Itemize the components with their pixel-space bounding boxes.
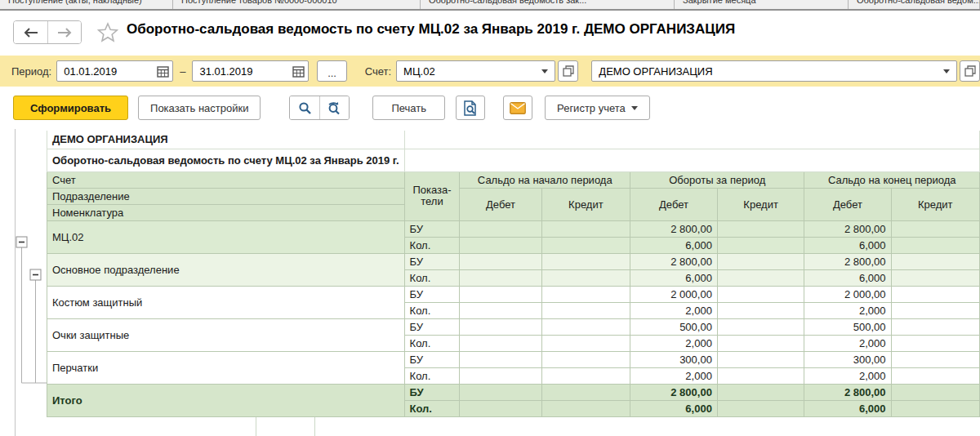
table-row[interactable]: Очки защитные БУ 500,00 500,00: [47, 318, 980, 335]
total-row[interactable]: Итого БУ 2 800,00 2 800,00: [47, 384, 980, 400]
send-email-button[interactable]: [503, 96, 532, 120]
tab-balance-sheet[interactable]: Оборотно-сальдовая ведом...: [849, 0, 980, 9]
collapse-group-1-button[interactable]: [16, 237, 27, 247]
header-nomenclature: Номенклатура: [47, 204, 405, 220]
row-name-item[interactable]: Перчатки: [47, 351, 405, 384]
header-credit: Кредит: [891, 188, 979, 220]
page-title: Оборотно-сальдовая ведомость по счету МЦ…: [127, 21, 735, 38]
search-next-icon: [327, 101, 342, 115]
account-label: Счет:: [365, 65, 391, 78]
favorite-star-button[interactable]: [96, 20, 119, 43]
search-button[interactable]: [290, 96, 319, 119]
back-button[interactable]: [14, 21, 47, 43]
header-credit: Кредит: [717, 188, 804, 220]
tab-bar: Поступление (акты, накладные) Поступлени…: [0, 0, 980, 11]
period-from-value: 01.01.2019: [57, 65, 153, 78]
open-form-icon: [964, 65, 976, 77]
organization-value: ДЕМО ОРГАНИЗАЦИЯ: [592, 65, 937, 78]
period-label: Период:: [11, 65, 51, 78]
period-to-value: 31.01.2019: [193, 65, 288, 78]
balance-sheet-table: ДЕМО ОРГАНИЗАЦИЯ Оборотно-сальдовая ведо…: [47, 131, 980, 417]
filter-bar: Период: 01.01.2019 – 31.01.2019: [0, 56, 980, 87]
header-debit: Дебет: [804, 188, 891, 220]
show-settings-button[interactable]: Показать настройки: [138, 96, 261, 120]
header-debit: Дебет: [460, 188, 541, 220]
header-indicators: Показа- тели: [404, 171, 460, 220]
register-menu-label: Регистр учета: [557, 102, 626, 114]
search-next-button[interactable]: [319, 96, 349, 119]
table-row[interactable]: Костюм защитный БУ 2 000,00 2 000,00: [47, 286, 980, 302]
account-open-button[interactable]: [558, 60, 578, 82]
tab-month-closing[interactable]: Закрытие месяца: [675, 0, 849, 9]
grouping-tree: [0, 129, 47, 436]
period-from-field[interactable]: 01.01.2019: [56, 60, 173, 82]
row-name-subdivision[interactable]: Основное подразделение: [47, 253, 405, 286]
collapse-group-2-button[interactable]: [30, 269, 41, 280]
header-opening-balance: Сальдо на начало периода: [460, 171, 630, 188]
row-name-account[interactable]: МЦ.02: [47, 220, 405, 253]
tab-receipts[interactable]: Поступление (акты, накладные): [0, 0, 173, 9]
report-title: Оборотно-сальдовая ведомость по счету МЦ…: [47, 149, 405, 171]
print-button[interactable]: Печать: [372, 96, 445, 120]
organization-open-button[interactable]: [960, 60, 980, 82]
chevron-down-icon[interactable]: [535, 61, 555, 81]
forward-arrow-icon: [57, 28, 72, 38]
print-preview-button[interactable]: [456, 96, 485, 120]
back-arrow-icon: [24, 28, 38, 38]
table-row[interactable]: Основное подразделение БУ 2 800,00 2 800…: [47, 253, 980, 269]
header-account: Счет: [47, 171, 405, 188]
header-turnover: Обороты за период: [630, 171, 804, 188]
report-toolbar: Сформировать Показать настройки Печать: [0, 87, 980, 129]
row-name-item[interactable]: Очки защитные: [47, 318, 405, 351]
table-row[interactable]: МЦ.02 БУ 2 800,00 2 800,00: [47, 220, 980, 237]
star-icon: [97, 22, 118, 42]
period-dash: –: [180, 65, 185, 78]
chevron-down-icon[interactable]: [937, 61, 956, 81]
tab-balance-sheet-closed[interactable]: Оборотно-сальдовая ведомость зак...: [421, 0, 675, 9]
total-label: Итого: [47, 384, 405, 416]
account-value: МЦ.02: [397, 65, 535, 78]
history-nav: [13, 20, 82, 44]
envelope-icon: [510, 102, 526, 114]
app-window: Поступление (акты, накладные) Поступлени…: [0, 0, 980, 436]
print-preview-icon: [463, 100, 478, 116]
row-name-item[interactable]: Костюм защитный: [47, 286, 405, 318]
search-button-group: [289, 96, 350, 120]
table-row[interactable]: Перчатки БУ 300,00 300,00: [47, 351, 980, 367]
header-subdivision: Подразделение: [47, 188, 405, 204]
report-area: ДЕМО ОРГАНИЗАЦИЯ Оборотно-сальдовая ведо…: [0, 129, 980, 436]
chevron-down-icon: [631, 106, 638, 110]
header-debit: Дебет: [630, 188, 718, 220]
open-form-icon: [563, 65, 574, 77]
search-icon: [298, 101, 312, 115]
period-more-button[interactable]: ...: [317, 60, 346, 82]
account-combo[interactable]: МЦ.02: [396, 60, 555, 82]
organization-combo[interactable]: ДЕМО ОРГАНИЗАЦИЯ: [591, 60, 957, 82]
report-organization: ДЕМО ОРГАНИЗАЦИЯ: [47, 131, 405, 149]
header-credit: Кредит: [541, 188, 630, 220]
period-to-field[interactable]: 31.01.2019: [192, 60, 309, 82]
calendar-icon[interactable]: [153, 61, 172, 81]
generate-button[interactable]: Сформировать: [13, 96, 128, 120]
title-band: Оборотно-сальдовая ведомость по счету МЦ…: [0, 12, 980, 56]
calendar-icon[interactable]: [288, 61, 308, 81]
register-menu-button[interactable]: Регистр учета: [545, 96, 650, 120]
header-closing-balance: Сальдо на конец периода: [804, 171, 980, 188]
forward-button[interactable]: [47, 21, 81, 43]
tab-goods-receipt[interactable]: Поступление товаров №0000-000010: [173, 0, 421, 9]
